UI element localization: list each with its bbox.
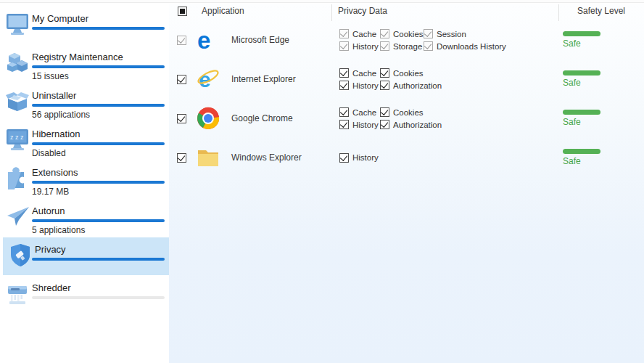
sidebar-item-underline	[32, 104, 165, 107]
chrome-authorization-checkbox[interactable]	[380, 120, 389, 129]
registry-icon	[4, 49, 30, 78]
sidebar-item-underline	[32, 27, 165, 30]
sidebar-item-label: Shredder	[32, 282, 70, 293]
column-header-privacy-data: Privacy Data	[338, 6, 387, 16]
shredder-icon	[4, 280, 30, 309]
privacy-shield-icon	[7, 241, 33, 270]
sidebar-item-hibernation[interactable]: z z z Hibernation Disabled	[0, 125, 169, 163]
edge-history-checkbox[interactable]	[339, 41, 349, 51]
table-row-google-chrome: Google Chrome Cache Cookies History Auth…	[169, 99, 644, 138]
edge-history-item: History	[339, 41, 380, 51]
ie-authorization-checkbox[interactable]	[380, 81, 389, 90]
checkbox-label: Cache	[352, 69, 376, 78]
safety-level-bar	[563, 31, 600, 36]
table-row-microsoft-edge: e Microsoft Edge Cache Cookies Session H…	[169, 20, 644, 60]
explorer-history-checkbox[interactable]	[339, 153, 349, 163]
edge-session-item: Session	[424, 29, 558, 38]
edge-row-checkbox[interactable]	[177, 36, 186, 45]
svg-text:e: e	[197, 28, 210, 52]
safety-level-label: Safe	[563, 78, 600, 88]
table-header: Application Privacy Data Safety Level	[169, 4, 644, 20]
sidebar-item-underline	[32, 296, 165, 299]
ie-row-checkbox[interactable]	[177, 75, 186, 84]
edge-session-checkbox[interactable]	[424, 29, 433, 38]
autorun-icon	[4, 203, 30, 232]
ie-cookies-checkbox[interactable]	[380, 68, 389, 78]
svg-text:e: e	[199, 68, 211, 91]
sidebar-item-subtitle: 56 applications	[32, 110, 90, 120]
edge-cookies-checkbox[interactable]	[380, 29, 389, 38]
edge-downloads-history-item: Downloads History	[424, 41, 558, 51]
sidebar-item-shredder[interactable]: Shredder	[0, 279, 169, 317]
ie-history-checkbox[interactable]	[339, 81, 349, 90]
checkbox-label: Storage	[393, 42, 422, 51]
edge-downloads-history-checkbox[interactable]	[424, 41, 433, 51]
ie-authorization-item: Authorization	[380, 81, 424, 90]
column-header-safety-level: Safety Level	[558, 6, 644, 16]
sidebar-item-label: Privacy	[35, 244, 66, 255]
safety-level-bar	[563, 149, 600, 154]
checkbox-label: Cache	[352, 30, 376, 38]
safety-level-label: Safe	[563, 157, 600, 166]
edge-storage-item: Storage	[380, 41, 424, 51]
table-row-windows-explorer: Windows Explorer History Safe	[169, 138, 644, 177]
checkbox-label: Authorization	[393, 81, 442, 90]
sidebar-item-label: Uninstaller	[32, 90, 76, 101]
checkbox-label: Cookies	[393, 108, 424, 117]
sidebar-item-registry-maintenance[interactable]: Registry Maintenance 15 issues	[0, 48, 169, 86]
sidebar-item-subtitle: 15 issues	[32, 71, 69, 81]
application-name: Internet Explorer	[231, 74, 296, 84]
sidebar: My Computer Registry Maintenance 15 issu…	[0, 4, 169, 363]
chrome-row-checkbox[interactable]	[177, 114, 186, 123]
checkbox-label: History	[352, 121, 379, 129]
sidebar-item-label: Registry Maintenance	[32, 52, 123, 62]
safety-level-label: Safe	[563, 118, 600, 127]
ie-cache-item: Cache	[339, 68, 380, 78]
sidebar-item-privacy[interactable]: Privacy	[3, 237, 169, 275]
checkbox-label: History	[352, 153, 379, 162]
privacy-panel: Application Privacy Data Safety Level e …	[169, 4, 644, 363]
app-window: My Computer Registry Maintenance 15 issu…	[0, 0, 644, 363]
safety-level-bar	[563, 110, 600, 115]
ie-cookies-item: Cookies	[380, 68, 424, 78]
sidebar-item-underline	[32, 181, 165, 184]
chrome-cookies-checkbox[interactable]	[380, 107, 389, 117]
folder-icon	[197, 146, 220, 169]
sidebar-item-subtitle: 5 applications	[32, 225, 85, 235]
explorer-history-item: History	[339, 153, 558, 163]
sidebar-item-label: My Computer	[32, 13, 88, 24]
chrome-history-checkbox[interactable]	[339, 120, 349, 129]
checkbox-label: History	[352, 81, 379, 90]
sidebar-item-label: Hibernation	[32, 129, 80, 139]
checkbox-label: Downloads History	[437, 42, 506, 51]
safety-indicator: Safe	[563, 31, 600, 49]
chrome-authorization-item: Authorization	[380, 120, 424, 129]
checkbox-label: Cookies	[393, 69, 424, 78]
select-all-checkbox[interactable]	[178, 7, 187, 16]
edge-icon: e	[197, 28, 220, 52]
sidebar-item-uninstaller[interactable]: Uninstaller 56 applications	[0, 86, 169, 125]
extensions-icon	[4, 164, 30, 193]
checkbox-label: History	[352, 42, 379, 51]
edge-storage-checkbox[interactable]	[380, 41, 389, 51]
windows-explorer-row-checkbox[interactable]	[177, 153, 186, 163]
edge-cache-checkbox[interactable]	[339, 29, 349, 38]
sidebar-item-label: Autorun	[32, 205, 65, 216]
sidebar-item-subtitle: 19.17 MB	[32, 187, 69, 197]
chrome-icon	[197, 107, 220, 130]
chrome-history-item: History	[339, 120, 380, 129]
ie-history-item: History	[339, 81, 380, 90]
application-name: Microsoft Edge	[231, 35, 289, 45]
sidebar-item-underline	[32, 142, 165, 145]
svg-text:z z z: z z z	[10, 134, 24, 141]
window-top-border	[0, 0, 644, 3]
safety-indicator: Safe	[563, 70, 600, 88]
safety-indicator: Safe	[563, 149, 600, 166]
checkbox-label: Cache	[352, 108, 376, 117]
sidebar-item-autorun[interactable]: Autorun 5 applications	[0, 202, 169, 240]
ie-cache-checkbox[interactable]	[339, 68, 349, 78]
sidebar-item-extensions[interactable]: Extensions 19.17 MB	[0, 163, 169, 202]
edge-cache-item: Cache	[339, 29, 380, 38]
sidebar-item-my-computer[interactable]: My Computer	[0, 9, 169, 48]
chrome-cache-checkbox[interactable]	[339, 107, 349, 117]
